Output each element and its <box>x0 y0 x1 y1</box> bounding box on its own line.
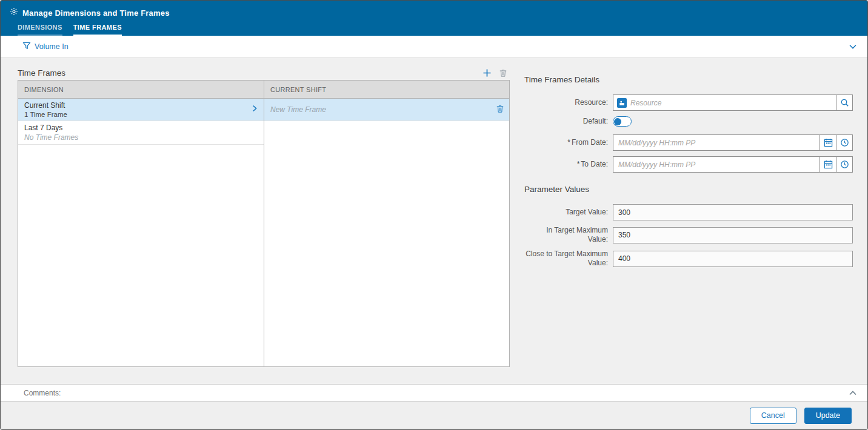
to-date-clock-button[interactable] <box>836 156 853 173</box>
target-value-row: Target Value: <box>524 204 853 220</box>
dimension-cell: Last 7 Days No Time Frames <box>24 124 78 142</box>
delete-time-frame-toolbar-button[interactable] <box>499 68 507 78</box>
resource-label: Resource: <box>524 98 613 107</box>
toggle-knob <box>614 118 621 125</box>
dimension-name: Last 7 Days <box>24 124 78 132</box>
default-row: Default: <box>524 116 853 127</box>
dimension-subtext: 1 Time Frame <box>24 111 67 118</box>
delete-time-frame-row-button[interactable] <box>496 104 504 116</box>
default-label: Default: <box>524 117 613 126</box>
from-date-row: *From Date: <box>524 134 853 151</box>
time-frame-column-header: CURRENT SHIFT <box>264 81 509 99</box>
time-frames-title: Time Frames <box>18 68 65 78</box>
filter-label: Volume In <box>35 42 68 51</box>
footer: Cancel Update <box>1 401 867 429</box>
dimension-cell: Current Shift 1 Time Frame <box>24 101 67 118</box>
filter-bar: Volume In <box>1 36 867 58</box>
close-to-target-max-row: Close to Target Maximum Value: <box>524 250 853 268</box>
time-frame-row-new[interactable]: New Time Frame <box>264 99 509 121</box>
time-frames-toolbar <box>482 68 510 78</box>
filter-funnel-icon <box>22 41 31 52</box>
default-control <box>613 116 853 127</box>
dimension-row-current-shift[interactable]: Current Shift 1 Time Frame <box>18 99 264 121</box>
time-frames-section: Time Frames DIMENSION Current Shift <box>18 65 510 367</box>
resource-row: Resource: <box>524 94 853 111</box>
comments-bar: Comments: <box>1 384 867 401</box>
dimension-subtext: No Time Frames <box>24 133 78 142</box>
tab-time-frames[interactable]: TIME FRAMES <box>73 24 122 36</box>
time-frames-table: DIMENSION Current Shift 1 Time Frame Las… <box>18 80 510 367</box>
cancel-button[interactable]: Cancel <box>750 408 796 424</box>
main-content: Time Frames DIMENSION Current Shift <box>1 58 867 384</box>
tab-dimensions[interactable]: DIMENSIONS <box>18 24 62 36</box>
dimension-column-filler <box>18 145 264 366</box>
to-date-label: *To Date: <box>524 160 613 169</box>
page-title: Manage Dimensions and Time Frames <box>22 8 170 18</box>
tab-bar: DIMENSIONS TIME FRAMES <box>1 24 867 36</box>
details-title: Time Frames Details <box>524 75 853 84</box>
time-frame-details-panel: Time Frames Details Resource: De <box>524 75 853 273</box>
from-date-input[interactable] <box>618 139 815 147</box>
title-row: Manage Dimensions and Time Frames <box>1 1 867 18</box>
manage-icon <box>10 7 18 18</box>
resource-icon <box>617 98 627 108</box>
close-to-target-max-label: Close to Target Maximum Value: <box>524 250 613 268</box>
in-target-max-label: In Target Maximum Value: <box>524 226 613 244</box>
from-date-calendar-button[interactable] <box>820 134 836 151</box>
close-to-target-max-input[interactable] <box>613 251 853 267</box>
to-date-calendar-button[interactable] <box>820 156 836 173</box>
from-date-field-box <box>613 134 820 151</box>
add-time-frame-button[interactable] <box>482 68 492 78</box>
filter-collapse-chevron-down-icon[interactable] <box>848 42 858 51</box>
time-frames-header: Time Frames <box>18 65 510 80</box>
required-marker: * <box>567 138 570 147</box>
time-frame-column-filler <box>264 121 509 366</box>
required-marker: * <box>577 160 580 168</box>
in-target-max-input[interactable] <box>613 227 853 243</box>
to-date-control <box>613 156 853 173</box>
resource-search-button[interactable] <box>836 94 853 111</box>
dimension-row-last-7-days[interactable]: Last 7 Days No Time Frames <box>18 121 264 145</box>
default-toggle[interactable] <box>613 116 632 127</box>
from-date-label: *From Date: <box>524 138 613 147</box>
parameter-values-title: Parameter Values <box>524 185 853 194</box>
to-date-input[interactable] <box>618 160 815 169</box>
header: Manage Dimensions and Time Frames DIMENS… <box>1 1 867 36</box>
from-date-clock-button[interactable] <box>836 134 853 151</box>
filter-volume-in[interactable]: Volume In <box>22 41 68 52</box>
from-date-control <box>613 134 853 151</box>
to-date-field-box <box>613 156 820 173</box>
resource-field-box <box>613 94 836 111</box>
target-value-input[interactable] <box>613 204 853 220</box>
in-target-max-row: In Target Maximum Value: <box>524 226 853 244</box>
target-value-label: Target Value: <box>524 208 613 217</box>
to-date-row: *To Date: <box>524 156 853 173</box>
chevron-right-icon <box>250 104 259 115</box>
time-frame-column: CURRENT SHIFT New Time Frame <box>264 81 509 366</box>
dimension-column-header: DIMENSION <box>18 81 264 99</box>
update-button[interactable]: Update <box>804 408 852 424</box>
comments-label: Comments: <box>24 389 61 397</box>
manage-dimensions-window: Manage Dimensions and Time Frames DIMENS… <box>0 0 868 430</box>
resource-control <box>613 94 853 111</box>
time-frame-name: New Time Frame <box>270 105 326 114</box>
dimension-column: DIMENSION Current Shift 1 Time Frame Las… <box>18 81 264 366</box>
dimension-name: Current Shift <box>24 101 67 110</box>
resource-input[interactable] <box>630 99 832 107</box>
comments-collapse-chevron-up-icon[interactable] <box>848 388 858 398</box>
